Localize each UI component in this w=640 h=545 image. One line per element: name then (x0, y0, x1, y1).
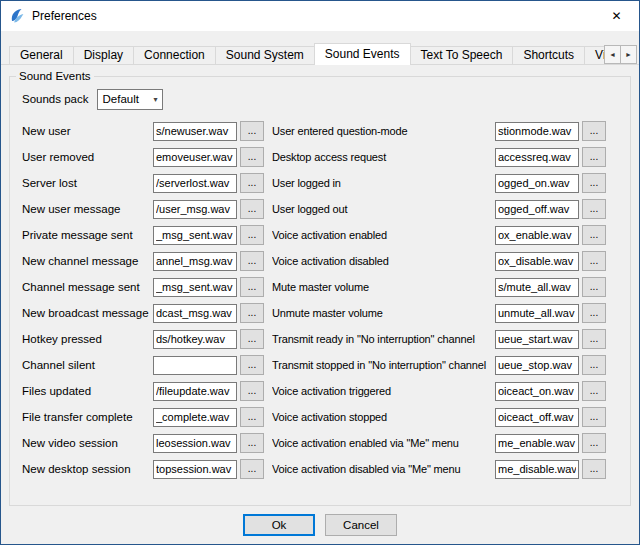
sounds-pack-select[interactable]: Default ▾ (97, 89, 163, 110)
sound-event-row: New channel message ... (22, 248, 264, 274)
close-button[interactable]: ✕ (594, 1, 639, 31)
browse-button[interactable]: ... (240, 329, 264, 349)
sound-file-input[interactable] (153, 174, 237, 193)
sound-event-row: User logged in ... (272, 170, 606, 196)
sound-event-label: Voice activation disabled via "Me" menu (272, 463, 495, 475)
sound-file-input[interactable] (495, 174, 579, 193)
ok-button[interactable]: Ok (243, 514, 315, 536)
sound-file-input[interactable] (153, 460, 237, 479)
sound-event-label: New broadcast message (22, 307, 153, 319)
sound-file-input[interactable] (495, 200, 579, 219)
tab[interactable]: Sound System (215, 46, 315, 65)
browse-button[interactable]: ... (240, 459, 264, 479)
sound-event-row: Transmit stopped in "No interruption" ch… (272, 352, 606, 378)
browse-button[interactable]: ... (240, 381, 264, 401)
sound-file-input[interactable] (495, 122, 579, 141)
tab[interactable]: Display (73, 46, 134, 65)
sound-event-label: Voice activation enabled via "Me" menu (272, 437, 495, 449)
sound-event-label: New video session (22, 437, 153, 449)
sound-file-input[interactable] (495, 226, 579, 245)
browse-button[interactable]: ... (582, 381, 606, 401)
sound-event-row: Server lost ... (22, 170, 264, 196)
browse-button[interactable]: ... (582, 459, 606, 479)
browse-button[interactable]: ... (582, 303, 606, 323)
browse-button[interactable]: ... (582, 277, 606, 297)
browse-button[interactable]: ... (582, 433, 606, 453)
sound-event-label: Desktop access request (272, 151, 495, 163)
sound-file-input[interactable] (495, 434, 579, 453)
sound-file-input[interactable] (153, 148, 237, 167)
sound-event-label: New user (22, 125, 153, 137)
browse-button[interactable]: ... (582, 199, 606, 219)
sound-file-input[interactable] (153, 122, 237, 141)
tab[interactable]: Shortcuts (512, 46, 585, 65)
tab[interactable]: Connection (133, 46, 216, 65)
sound-events-group: Sound Events Sounds pack Default ▾ New u… (9, 70, 631, 506)
sound-file-input[interactable] (495, 278, 579, 297)
sound-event-label: Voice activation stopped (272, 411, 495, 423)
sound-file-input[interactable] (495, 330, 579, 349)
sound-file-input[interactable] (153, 434, 237, 453)
sound-file-input[interactable] (495, 148, 579, 167)
browse-button[interactable]: ... (240, 277, 264, 297)
sound-file-input[interactable] (153, 382, 237, 401)
sound-event-row: New user message ... (22, 196, 264, 222)
tab[interactable]: Sound Events (314, 43, 411, 65)
window-title: Preferences (32, 9, 97, 23)
sound-file-input[interactable] (153, 252, 237, 271)
sound-event-label: File transfer complete (22, 411, 153, 423)
cancel-button[interactable]: Cancel (325, 514, 397, 536)
sound-file-input[interactable] (495, 408, 579, 427)
browse-button[interactable]: ... (240, 121, 264, 141)
sound-file-input[interactable] (495, 460, 579, 479)
sound-event-row: User removed ... (22, 144, 264, 170)
sound-file-input[interactable] (495, 382, 579, 401)
sound-event-label: Mute master volume (272, 281, 495, 293)
sound-event-row: Hotkey pressed ... (22, 326, 264, 352)
browse-button[interactable]: ... (240, 199, 264, 219)
browse-button[interactable]: ... (582, 147, 606, 167)
sound-event-label: Transmit ready in "No interruption" chan… (272, 333, 495, 345)
tab-scroll-left-icon[interactable]: ◄ (604, 45, 621, 64)
titlebar: Preferences ✕ (1, 1, 639, 31)
browse-button[interactable]: ... (240, 433, 264, 453)
sound-event-row: Voice activation disabled via "Me" menu … (272, 456, 606, 482)
sound-file-input[interactable] (153, 356, 237, 375)
sound-event-label: Channel message sent (22, 281, 153, 293)
browse-button[interactable]: ... (582, 407, 606, 427)
sound-event-label: Unmute master volume (272, 307, 495, 319)
sound-file-input[interactable] (153, 200, 237, 219)
sound-file-input[interactable] (495, 356, 579, 375)
sound-file-input[interactable] (495, 304, 579, 323)
browse-button[interactable]: ... (240, 355, 264, 375)
tab[interactable]: General (9, 46, 74, 65)
browse-button[interactable]: ... (582, 329, 606, 349)
sound-event-label: Transmit stopped in "No interruption" ch… (272, 359, 495, 371)
browse-button[interactable]: ... (582, 173, 606, 193)
browse-button[interactable]: ... (240, 173, 264, 193)
browse-button[interactable]: ... (240, 407, 264, 427)
tab-scroll-right-icon[interactable]: ► (620, 45, 637, 64)
sound-file-input[interactable] (153, 304, 237, 323)
tab[interactable]: Text To Speech (410, 46, 514, 65)
browse-button[interactable]: ... (240, 251, 264, 271)
sound-file-input[interactable] (153, 330, 237, 349)
sound-event-row: Voice activation stopped ... (272, 404, 606, 430)
sound-event-row: Voice activation enabled via "Me" menu .… (272, 430, 606, 456)
browse-button[interactable]: ... (582, 121, 606, 141)
browse-button[interactable]: ... (582, 355, 606, 375)
sound-file-input[interactable] (153, 226, 237, 245)
sound-file-input[interactable] (153, 278, 237, 297)
sound-event-label: Hotkey pressed (22, 333, 153, 345)
browse-button[interactable]: ... (582, 225, 606, 245)
sound-file-input[interactable] (153, 408, 237, 427)
browse-button[interactable]: ... (582, 251, 606, 271)
browse-button[interactable]: ... (240, 303, 264, 323)
tab-strip: General Display Connection Sound System … (9, 43, 639, 65)
browse-button[interactable]: ... (240, 147, 264, 167)
browse-button[interactable]: ... (240, 225, 264, 245)
sound-file-input[interactable] (495, 252, 579, 271)
sound-event-row: Unmute master volume ... (272, 300, 606, 326)
group-title: Sound Events (16, 70, 94, 82)
sound-event-row: Mute master volume ... (272, 274, 606, 300)
